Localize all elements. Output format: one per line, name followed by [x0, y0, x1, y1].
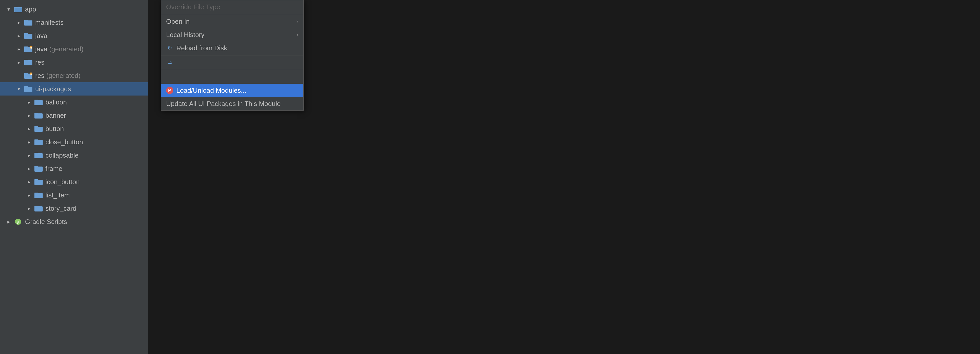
- chevron-right-icon: [15, 45, 22, 53]
- menu-item-convert-java-to-kotlin[interactable]: Update All UI Packages in This Module: [161, 97, 303, 110]
- menu-item-convert-java-to-kotlin-label: Update All UI Packages in This Module: [166, 100, 281, 108]
- svg-rect-35: [35, 206, 43, 212]
- menu-separator-2: [161, 55, 303, 56]
- sidebar-item-story-card-label: story_card: [45, 204, 76, 212]
- menu-item-local-history-label: Local History: [166, 31, 204, 39]
- main-area: Override File Type Open In › Local Histo…: [148, 0, 980, 354]
- chevron-right-icon: [25, 165, 33, 172]
- file-tree-sidebar: app manifests java: [0, 0, 148, 354]
- svg-rect-18: [24, 86, 28, 87]
- sidebar-item-list-item-label: list_item: [45, 191, 70, 199]
- arrow-right-icon: ›: [296, 32, 298, 38]
- sidebar-item-close-button-label: close_button: [45, 138, 83, 146]
- sidebar-item-story-card[interactable]: story_card: [0, 202, 148, 215]
- svg-rect-29: [35, 166, 43, 172]
- folder-icon: [34, 191, 43, 199]
- svg-rect-22: [35, 113, 38, 114]
- sidebar-item-res-label: res: [35, 59, 45, 66]
- svg-rect-27: [35, 153, 43, 158]
- folder-icon: [34, 165, 43, 172]
- folder-icon: [34, 139, 43, 145]
- svg-text:g: g: [30, 73, 32, 75]
- sidebar-item-gradle-scripts[interactable]: g Gradle Scripts: [0, 215, 148, 228]
- folder-icon: [34, 205, 43, 212]
- svg-rect-23: [35, 127, 43, 132]
- svg-rect-32: [35, 179, 38, 180]
- folder-icon: [24, 19, 33, 26]
- svg-rect-11: [24, 60, 32, 65]
- menu-item-update-all-ui-packages-label: Load/Unload Modules...: [176, 86, 247, 94]
- svg-rect-6: [24, 33, 28, 34]
- menu-separator-3: [161, 70, 303, 70]
- reload-icon: ↻: [166, 45, 173, 52]
- context-menu: Override File Type Open In › Local Histo…: [161, 0, 304, 111]
- folder-icon: [34, 178, 43, 185]
- sidebar-item-ui-packages-label: ui-packages: [35, 85, 71, 93]
- menu-separator-1: [161, 14, 303, 14]
- sidebar-item-frame[interactable]: frame: [0, 162, 148, 175]
- chevron-down-icon: [15, 85, 22, 92]
- svg-rect-17: [24, 87, 32, 92]
- menu-item-override-file-type[interactable]: Override File Type: [161, 0, 303, 14]
- sidebar-item-collapsable-label: collapsable: [45, 151, 79, 159]
- sidebar-item-java-label: java: [35, 32, 48, 40]
- arrow-right-icon: ›: [296, 18, 298, 25]
- sidebar-item-list-item[interactable]: list_item: [0, 188, 148, 202]
- svg-rect-31: [35, 180, 43, 185]
- module-icon: [14, 6, 22, 13]
- chevron-right-icon: [25, 112, 33, 119]
- folder-icon: [24, 32, 33, 39]
- chevron-right-icon: [25, 139, 33, 145]
- chevron-right-icon: [25, 152, 33, 159]
- menu-item-compare-with[interactable]: ⇄: [161, 56, 303, 69]
- svg-rect-5: [24, 34, 32, 39]
- svg-rect-21: [35, 113, 43, 118]
- sidebar-item-close-button[interactable]: close_button: [0, 136, 148, 149]
- svg-rect-12: [24, 60, 28, 61]
- chevron-right-icon: [25, 178, 33, 185]
- chevron-right-icon: [25, 125, 33, 132]
- sidebar-item-res-generated-label: res (generated): [35, 72, 81, 80]
- chevron-down-icon: [5, 6, 12, 13]
- chevron-right-icon: [25, 205, 33, 212]
- sidebar-item-button[interactable]: button: [0, 122, 148, 136]
- svg-rect-30: [35, 166, 38, 167]
- menu-item-override-file-type-label: Override File Type: [166, 3, 220, 11]
- sidebar-item-icon-button-label: icon_button: [45, 178, 80, 186]
- svg-rect-1: [14, 6, 18, 8]
- sidebar-item-app[interactable]: app: [0, 3, 148, 16]
- sidebar-item-ui-packages[interactable]: ui-packages: [0, 82, 148, 96]
- menu-item-open-in[interactable]: Open In ›: [161, 15, 303, 28]
- svg-rect-14: [24, 73, 28, 74]
- menu-item-update-all-ui-packages[interactable]: P Load/Unload Modules...: [161, 84, 303, 97]
- sidebar-item-frame-label: frame: [45, 165, 62, 173]
- svg-rect-24: [35, 126, 38, 127]
- folder-icon: [34, 125, 43, 132]
- svg-rect-2: [14, 8, 22, 12]
- sidebar-item-res-generated[interactable]: g res (generated): [0, 69, 148, 82]
- sidebar-item-button-label: button: [45, 125, 64, 133]
- svg-rect-8: [24, 46, 28, 48]
- menu-item-local-history[interactable]: Local History ›: [161, 28, 303, 41]
- compare-icon: ⇄: [166, 59, 173, 66]
- folder-icon: [24, 59, 33, 66]
- chevron-right-icon: [15, 32, 22, 39]
- folder-icon: [34, 152, 43, 159]
- menu-item-open-in-label: Open In: [166, 18, 190, 26]
- plugin-icon: P: [166, 87, 173, 94]
- sidebar-item-icon-button[interactable]: icon_button: [0, 175, 148, 188]
- sidebar-item-java-generated[interactable]: g java (generated): [0, 42, 148, 56]
- svg-rect-19: [35, 100, 43, 105]
- svg-rect-4: [24, 20, 28, 21]
- sidebar-item-balloon[interactable]: balloon: [0, 96, 148, 109]
- sidebar-item-java[interactable]: java: [0, 29, 148, 42]
- sidebar-item-banner[interactable]: banner: [0, 109, 148, 122]
- folder-icon: [34, 112, 43, 119]
- sidebar-item-res[interactable]: res: [0, 56, 148, 69]
- menu-item-reload-from-disk[interactable]: ↻ Reload from Disk: [161, 41, 303, 55]
- chevron-right-icon: [25, 191, 33, 199]
- menu-item-load-unload-modules[interactable]: [161, 70, 303, 84]
- sidebar-item-collapsable[interactable]: collapsable: [0, 149, 148, 162]
- svg-rect-20: [35, 100, 38, 100]
- sidebar-item-manifests[interactable]: manifests: [0, 16, 148, 29]
